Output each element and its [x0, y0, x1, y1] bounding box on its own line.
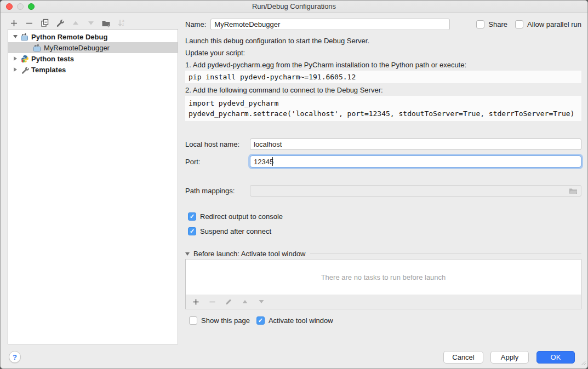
svg-text:a: a [122, 19, 124, 22]
pip-install-code: pip install pydevd-pycharm~=191.6605.12 [185, 71, 581, 83]
remote-debug-icon [33, 44, 42, 52]
sort-configurations-icon: az [116, 18, 127, 28]
traffic-lights [6, 3, 35, 10]
collapse-section-icon[interactable] [185, 252, 190, 256]
remote-debug-icon [20, 33, 29, 41]
remove-task-icon [208, 297, 216, 306]
before-launch-tasks-list[interactable]: There are no tasks to run before launch [185, 259, 581, 295]
collapse-arrow-icon[interactable] [12, 56, 18, 61]
svg-text:z: z [122, 22, 124, 26]
close-window-button[interactable] [6, 3, 13, 10]
configurations-tree: Python Remote Debug MyRemoteDebugger Pyt… [8, 29, 178, 344]
settrace-code: import pydevd_pycharm pydevd_pycharm.set… [185, 96, 581, 121]
resize-grip[interactable] [580, 359, 586, 367]
local-host-name-label: Local host name: [185, 140, 250, 148]
edit-templates-icon[interactable] [55, 18, 65, 28]
before-launch-section-header[interactable]: Before launch: Activate tool window [185, 250, 581, 258]
zoom-window-button[interactable] [28, 3, 35, 10]
templates-wrench-icon [20, 66, 29, 74]
tree-item-label: Python tests [31, 55, 74, 63]
show-this-page-checkbox[interactable] [189, 316, 197, 325]
share-label: Share [488, 20, 507, 28]
settrace-code-line2: pydevd_pycharm.settrace('localhost', por… [189, 108, 578, 119]
before-launch-toolbar [185, 295, 581, 309]
apply-button[interactable]: Apply [490, 351, 529, 364]
move-task-down-icon [257, 297, 266, 306]
settrace-code-line1: import pydevd_pycharm [189, 98, 578, 108]
update-script-text: Update your script: [185, 49, 581, 57]
activate-tool-window-checkbox[interactable] [256, 316, 265, 325]
copy-configuration-icon[interactable] [39, 18, 50, 28]
activate-tool-window-label: Activate tool window [269, 316, 333, 325]
redirect-output-label: Redirect output to console [200, 212, 283, 221]
help-question-icon: ? [13, 353, 17, 361]
browse-folder-icon[interactable] [569, 187, 578, 194]
tree-item-templates[interactable]: Templates [8, 64, 178, 75]
before-launch-title: Before launch: Activate tool window [193, 250, 306, 258]
port-field-wrapper [250, 155, 581, 168]
help-button[interactable]: ? [9, 351, 21, 363]
text-caret [272, 157, 273, 166]
tree-item-label: Templates [31, 66, 66, 74]
add-task-icon[interactable] [191, 297, 200, 306]
port-label: Port: [185, 158, 250, 166]
tree-item-python-tests[interactable]: Python tests [8, 53, 178, 64]
allow-parallel-run-label: Allow parallel run [527, 20, 581, 28]
step2-text: 2. Add the following command to connect … [185, 86, 581, 94]
window-title: Run/Debug Configurations [252, 2, 336, 10]
path-mappings-label: Path mappings: [185, 187, 250, 195]
tree-item-label: Python Remote Debug [31, 33, 107, 41]
cancel-button-label: Cancel [452, 353, 474, 361]
section-divider [310, 253, 581, 254]
allow-parallel-run-checkbox[interactable] [515, 20, 523, 28]
show-this-page-label: Show this page [201, 316, 250, 325]
apply-button-label: Apply [501, 353, 519, 361]
new-folder-icon[interactable] [101, 18, 111, 28]
path-mappings-input [250, 185, 581, 197]
name-input[interactable] [210, 19, 450, 30]
move-up-icon [70, 18, 81, 28]
title-bar[interactable]: Run/Debug Configurations [1, 1, 587, 13]
suspend-after-connect-label: Suspend after connect [200, 227, 271, 235]
minimize-window-button [17, 3, 24, 10]
ok-button[interactable]: OK [536, 351, 575, 364]
step1-text: 1. Add pydevd-pycharm.egg from the PyCha… [185, 61, 581, 69]
cancel-button[interactable]: Cancel [443, 351, 483, 364]
edit-task-icon [224, 297, 233, 306]
collapse-arrow-icon[interactable] [12, 67, 18, 72]
remove-configuration-icon[interactable] [24, 18, 35, 28]
add-configuration-icon[interactable] [9, 18, 19, 28]
move-task-up-icon [241, 297, 249, 306]
redirect-output-checkbox[interactable] [188, 212, 196, 221]
port-input[interactable] [250, 155, 581, 168]
run-debug-configurations-dialog: Run/Debug Configurations az [0, 0, 588, 369]
share-checkbox[interactable] [476, 20, 484, 28]
name-label: Name: [185, 20, 206, 28]
move-down-icon [85, 18, 96, 28]
python-tests-icon [20, 55, 29, 63]
tree-item-python-remote-debug[interactable]: Python Remote Debug [8, 31, 178, 42]
expand-arrow-icon[interactable] [12, 35, 18, 38]
tree-item-label: MyRemoteDebugger [44, 44, 110, 52]
configuration-form: Name: Share Allow parallel run Launch th… [185, 17, 581, 340]
ok-button-label: OK [551, 353, 561, 361]
configurations-toolbar: az [9, 18, 127, 28]
suspend-after-connect-checkbox[interactable] [188, 227, 196, 235]
tree-item-myremotedebugger[interactable]: MyRemoteDebugger [8, 42, 178, 53]
intro-text: Launch this debug configuration to start… [185, 37, 581, 45]
empty-tasks-message: There are no tasks to run before launch [321, 273, 446, 281]
local-host-name-input[interactable] [250, 139, 581, 150]
